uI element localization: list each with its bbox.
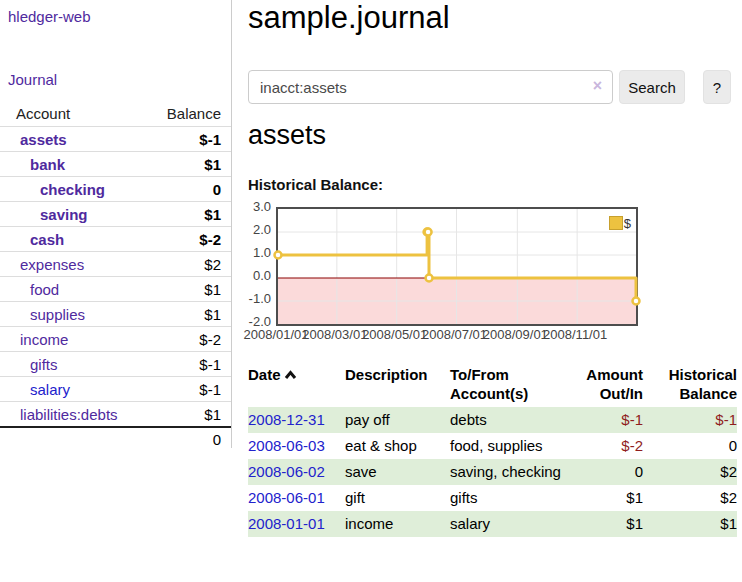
- chart-heading: Historical Balance:: [248, 176, 383, 193]
- account-link[interactable]: income: [20, 331, 68, 348]
- transaction-balance: 0: [643, 433, 737, 459]
- transaction-date-link[interactable]: 2008-06-01: [248, 489, 325, 506]
- account-row: assets$-1: [0, 127, 231, 152]
- search-input[interactable]: [248, 70, 613, 104]
- y-axis-tick-label: 1.0: [245, 245, 271, 260]
- register-header-amount: Amount Out/In: [565, 363, 643, 407]
- y-axis-tick-label: -1.0: [245, 291, 271, 306]
- app-title-link[interactable]: hledger-web: [8, 8, 91, 25]
- account-link[interactable]: assets: [20, 131, 67, 148]
- transaction-balance: $2: [643, 485, 737, 511]
- transaction-accounts: debts: [450, 407, 565, 433]
- register-row: 2008-06-03eat & shopfood, supplies$-20: [248, 433, 737, 459]
- transaction-accounts: saving, checking: [450, 459, 565, 485]
- account-balance: $1: [149, 302, 231, 327]
- account-link[interactable]: food: [30, 281, 59, 298]
- account-link[interactable]: cash: [30, 231, 64, 248]
- account-balance: $-1: [149, 127, 231, 152]
- account-balance: $-1: [149, 377, 231, 402]
- transaction-accounts: gifts: [450, 485, 565, 511]
- x-axis-tick-label: 2008/05/01: [362, 327, 427, 342]
- account-row: salary$-1: [0, 377, 231, 402]
- transaction-date-link[interactable]: 2008-06-03: [248, 437, 325, 454]
- account-link[interactable]: expenses: [20, 256, 84, 273]
- transaction-amount: $1: [565, 485, 643, 511]
- account-link[interactable]: supplies: [30, 306, 85, 323]
- transaction-description: eat & shop: [345, 433, 450, 459]
- transaction-date-link[interactable]: 2008-06-02: [248, 463, 325, 480]
- register-header-account: To/From Account(s): [450, 363, 565, 407]
- transaction-date-link[interactable]: 2008-12-31: [248, 411, 325, 428]
- account-heading: assets: [248, 120, 326, 151]
- account-balance: $-2: [149, 227, 231, 252]
- account-row: food$1: [0, 277, 231, 302]
- y-axis-tick-label: 2.0: [245, 222, 271, 237]
- chart-legend: $: [609, 213, 631, 228]
- account-balance: $1: [149, 152, 231, 177]
- account-row: checking0: [0, 177, 231, 202]
- transaction-description: income: [345, 511, 450, 537]
- transaction-amount: 0: [565, 459, 643, 485]
- account-row: supplies$1: [0, 302, 231, 327]
- account-balance: $2: [149, 252, 231, 277]
- sort-ascending-icon: [284, 365, 297, 384]
- accounts-total-value: 0: [149, 427, 231, 451]
- account-balance: 0: [149, 177, 231, 202]
- account-link[interactable]: checking: [40, 181, 105, 198]
- account-balance: $-2: [149, 327, 231, 352]
- register-header-date[interactable]: Date: [248, 363, 345, 407]
- account-row: expenses$2: [0, 252, 231, 277]
- y-axis-tick-label: 0.0: [245, 268, 271, 283]
- accounts-header-balance: Balance: [149, 102, 231, 127]
- transaction-balance: $-1: [643, 407, 737, 433]
- sidebar: hledger-web Journal Account Balance asse…: [0, 0, 232, 448]
- register-header-row: Date Description To/From Account(s) Amou…: [248, 363, 737, 407]
- account-row: liabilities:debts$1: [0, 402, 231, 428]
- account-link[interactable]: salary: [30, 381, 70, 398]
- accounts-header-account: Account: [0, 102, 149, 127]
- search-form: × Search ?: [248, 70, 742, 104]
- x-axis-tick-label: 2008/11/01: [543, 327, 607, 342]
- transaction-description: gift: [345, 485, 450, 511]
- search-input-wrap: ×: [248, 70, 613, 104]
- account-link[interactable]: saving: [40, 206, 88, 223]
- transaction-description: pay off: [345, 407, 450, 433]
- x-axis-tick-label: 2008/03/01: [302, 327, 367, 342]
- chart-svg: [278, 209, 636, 324]
- accounts-total-row: 0: [0, 427, 231, 451]
- sidebar-item-journal[interactable]: Journal: [8, 71, 57, 88]
- account-link[interactable]: liabilities:debts: [20, 406, 118, 423]
- accounts-header-row: Account Balance: [0, 102, 231, 127]
- y-axis-tick-label: 3.0: [245, 199, 271, 214]
- register-table: Date Description To/From Account(s) Amou…: [248, 363, 737, 537]
- transaction-amount: $1: [565, 511, 643, 537]
- account-row: saving$1: [0, 202, 231, 227]
- register-row: 2008-06-01giftgifts$1$2: [248, 485, 737, 511]
- transaction-balance: $2: [643, 459, 737, 485]
- account-link[interactable]: bank: [30, 156, 65, 173]
- clear-search-icon[interactable]: ×: [593, 78, 602, 94]
- account-row: gifts$-1: [0, 352, 231, 377]
- x-axis-tick-label: 2008/01/01: [243, 327, 308, 342]
- transaction-amount: $-1: [565, 407, 643, 433]
- account-link[interactable]: gifts: [30, 356, 58, 373]
- register-row: 2008-06-02savesaving, checking0$2: [248, 459, 737, 485]
- help-button[interactable]: ?: [703, 70, 731, 104]
- transaction-balance: $1: [643, 511, 737, 537]
- account-balance: $-1: [149, 352, 231, 377]
- account-row: cash$-2: [0, 227, 231, 252]
- search-button[interactable]: Search: [619, 70, 685, 104]
- transaction-description: save: [345, 459, 450, 485]
- accounts-table: Account Balance assets$-1bank$1checking0…: [0, 102, 231, 451]
- x-axis-tick-label: 2008/09/01: [483, 327, 548, 342]
- transaction-date-link[interactable]: 2008-01-01: [248, 515, 325, 532]
- register-header-date-label: Date: [248, 366, 281, 383]
- account-balance: $1: [149, 277, 231, 302]
- account-row: bank$1: [0, 152, 231, 177]
- page-title: sample.journal: [248, 0, 450, 36]
- transaction-amount: $-2: [565, 433, 643, 459]
- balance-chart: 3.02.01.00.0-1.0-2.0 $ 2008/01/012008/03…: [248, 201, 742, 349]
- account-balance: $1: [149, 202, 231, 227]
- chart-plot-area[interactable]: $: [276, 207, 638, 326]
- legend-label: $: [624, 216, 631, 231]
